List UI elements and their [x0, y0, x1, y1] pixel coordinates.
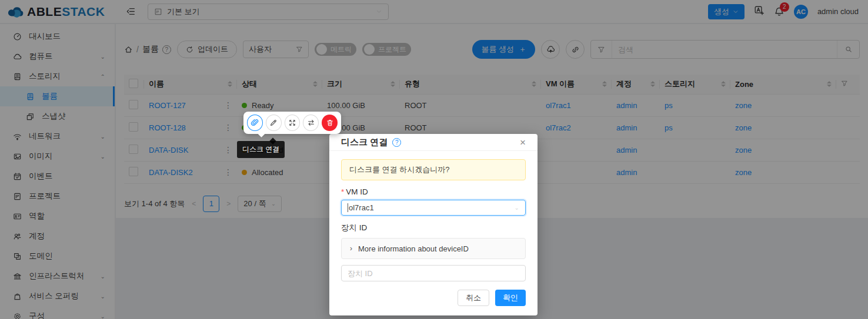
collapse-label: More information about deviceID	[358, 244, 469, 253]
migrate-volume-button[interactable]	[303, 115, 319, 131]
attach-disk-button[interactable]	[247, 115, 263, 131]
ok-button[interactable]: 확인	[495, 290, 526, 306]
edit-icon	[269, 119, 278, 127]
cancel-button[interactable]: 취소	[458, 290, 489, 306]
paperclip-icon	[251, 119, 259, 127]
modal-footer: 취소 확인	[329, 281, 538, 315]
attach-disk-tooltip: 디스크 연결	[237, 141, 285, 158]
confirm-alert: 디스크를 연결 하시겠습니까?	[341, 159, 526, 180]
close-icon[interactable]: ×	[520, 137, 526, 147]
text-cursor	[348, 203, 348, 212]
caret-right-icon: ›	[350, 244, 352, 253]
device-id-info-collapse[interactable]: › More information about deviceID	[341, 238, 526, 259]
modal-title: 디스크 연결	[341, 137, 388, 148]
vm-id-label-text: VM ID	[346, 187, 368, 196]
trash-icon	[326, 119, 334, 127]
attach-disk-modal: 디스크 연결 ? × 디스크를 연결 하시겠습니까? *VM ID ol7rac…	[329, 134, 538, 315]
vm-id-value: ol7rac1	[349, 203, 515, 212]
edit-volume-button[interactable]	[266, 115, 282, 131]
expand-arrows-icon	[288, 119, 296, 127]
row-actions-popup	[243, 112, 341, 134]
device-id-label: 장치 ID	[341, 223, 526, 233]
modal-header: 디스크 연결 ? ×	[329, 134, 538, 151]
swap-arrows-icon	[307, 119, 315, 127]
vm-id-select[interactable]: ol7rac1 ⌄	[341, 200, 526, 216]
chevron-down-icon: ⌄	[515, 204, 519, 211]
tooltip-text: 디스크 연결	[242, 145, 279, 153]
required-mark: *	[341, 187, 344, 196]
help-icon[interactable]: ?	[392, 138, 401, 147]
app-window: ABLESTACK 기본 보기 생성 2 AC admin cloud	[0, 0, 868, 319]
device-id-input[interactable]	[341, 265, 526, 281]
resize-volume-button[interactable]	[285, 115, 301, 131]
delete-volume-button[interactable]	[322, 115, 338, 131]
vm-id-label: *VM ID	[341, 187, 526, 196]
modal-body: 디스크를 연결 하시겠습니까? *VM ID ol7rac1 ⌄ 장치 ID ›…	[329, 151, 538, 281]
